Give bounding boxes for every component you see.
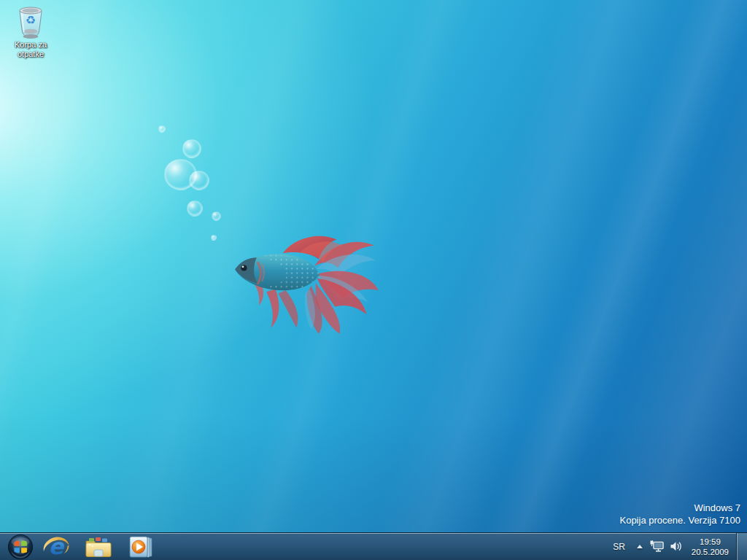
windows-logo-orb-icon (7, 533, 34, 560)
clock-time: 19:59 (692, 537, 729, 547)
taskbar-item-windows-explorer[interactable] (77, 533, 120, 560)
betta-fish (232, 229, 382, 337)
bubble (187, 201, 203, 217)
bubble (189, 171, 209, 190)
start-button[interactable] (6, 533, 35, 560)
recycle-bin-label: Korpa za otpatke (4, 40, 57, 59)
taskbar: e (0, 532, 747, 560)
volume-button[interactable] (667, 533, 686, 560)
clock-date: 20.5.2009 (692, 547, 729, 557)
svg-text:♻: ♻ (26, 14, 36, 26)
desktop[interactable]: ♻ Korpa za otpatke Windows 7 Kopija proc… (0, 0, 747, 532)
network-icon (649, 540, 665, 553)
watermark-os-name: Windows 7 (619, 502, 740, 514)
bubble (212, 211, 221, 221)
clock[interactable]: 19:59 20.5.2009 (686, 537, 736, 557)
show-desktop-button[interactable] (736, 533, 747, 560)
bubble (182, 139, 201, 158)
windows-media-player-icon (128, 534, 154, 560)
watermark-build-info: Kopija procene. Verzija 7100 (619, 514, 740, 526)
internet-explorer-icon: e (42, 533, 70, 560)
taskbar-item-windows-media-player[interactable] (120, 533, 162, 560)
language-indicator[interactable]: SR (606, 542, 632, 552)
bubble (211, 235, 217, 241)
chevron-up-icon (637, 545, 643, 548)
show-hidden-icons-button[interactable] (632, 533, 648, 560)
build-watermark: Windows 7 Kopija procene. Verzija 7100 (619, 502, 740, 526)
volume-icon (670, 541, 683, 552)
taskbar-item-internet-explorer[interactable]: e (35, 533, 77, 560)
bubble (158, 125, 166, 133)
system-tray: SR 19:59 20.5.2009 (606, 533, 747, 560)
network-status-button[interactable] (648, 533, 667, 560)
recycle-bin-icon[interactable]: ♻ Korpa za otpatke (4, 4, 57, 59)
windows-explorer-folder-icon (85, 534, 112, 559)
recycle-bin-glyph: ♻ (14, 4, 47, 39)
